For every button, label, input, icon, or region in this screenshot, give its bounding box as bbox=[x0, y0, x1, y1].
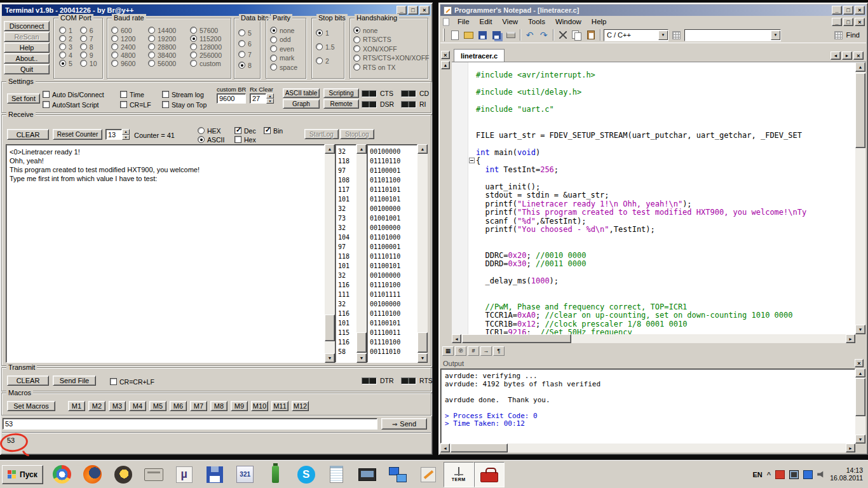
scroll-thumb[interactable] bbox=[855, 73, 865, 148]
baud-38400[interactable]: 38400 bbox=[148, 51, 190, 59]
stoplog-button[interactable]: StopLog bbox=[340, 129, 374, 139]
display-tray-icon[interactable] bbox=[789, 470, 799, 479]
menu-file[interactable]: File bbox=[452, 17, 475, 27]
redo-icon[interactable]: ↷ bbox=[538, 29, 550, 41]
scroll-down-icon[interactable]: ▼ bbox=[356, 353, 367, 363]
cut-icon[interactable] bbox=[557, 29, 569, 41]
menu-help[interactable]: Help bbox=[587, 17, 612, 27]
network-tray-icon[interactable] bbox=[803, 470, 813, 479]
output-close-icon[interactable]: × bbox=[855, 359, 864, 367]
transmit-input[interactable]: 53 bbox=[3, 418, 377, 430]
com-1[interactable]: 1 bbox=[59, 26, 72, 34]
chrome-icon[interactable] bbox=[47, 462, 78, 487]
media-player-classic-icon[interactable]: 321 bbox=[230, 462, 261, 487]
start-button[interactable]: Пуск bbox=[2, 465, 43, 484]
chevron-up-icon[interactable]: ^ bbox=[767, 471, 771, 478]
aimp-icon[interactable] bbox=[108, 462, 139, 487]
volume-icon[interactable] bbox=[817, 471, 825, 478]
menu-window[interactable]: Window bbox=[550, 17, 587, 27]
baud-256000[interactable]: 256000 bbox=[190, 51, 229, 59]
handshake-rts-on-tx[interactable]: RTS on TX bbox=[353, 63, 430, 71]
skype-icon[interactable]: S bbox=[291, 462, 322, 487]
code-editor[interactable]: #include <avr/interrupt.h> #include <uti… bbox=[452, 62, 855, 334]
handshake-rts-cts[interactable]: RTS/CTS bbox=[353, 36, 430, 44]
scheme-select[interactable]: ▼ bbox=[684, 29, 781, 41]
rts-indicator[interactable]: RTS bbox=[401, 377, 433, 384]
com-2[interactable]: 2 bbox=[59, 34, 72, 43]
com-8[interactable]: 8 bbox=[80, 43, 97, 51]
toolbar-grip[interactable] bbox=[443, 29, 445, 41]
macro-button-m4[interactable]: M4 bbox=[129, 401, 146, 411]
update-tray-icon[interactable] bbox=[775, 470, 785, 479]
custom-br-field[interactable]: 9600 bbox=[217, 93, 246, 104]
parity-space[interactable]: space bbox=[270, 63, 297, 71]
mdi-close-button[interactable]: × bbox=[855, 18, 865, 26]
quit-button[interactable]: Quit bbox=[4, 64, 50, 74]
clock[interactable]: 14:13 16.08.2011 bbox=[830, 467, 863, 482]
macro-button-m10[interactable]: M10 bbox=[251, 401, 268, 411]
baud-4800[interactable]: 4800 bbox=[111, 51, 148, 59]
remote-button[interactable]: Remote bbox=[323, 99, 359, 109]
radio-hex[interactable]: HEX bbox=[198, 126, 221, 135]
save-icon[interactable] bbox=[477, 29, 489, 41]
tools-grid-icon[interactable] bbox=[670, 29, 682, 41]
receive-bin-pane[interactable]: 0010000001110110011000010110110001110101… bbox=[367, 144, 417, 363]
macro-button-m9[interactable]: M9 bbox=[231, 401, 248, 411]
scroll-right-icon[interactable]: ► bbox=[846, 334, 855, 343]
receive-dec-scrollbar[interactable]: ▲ ▼ bbox=[356, 144, 367, 363]
panel-icon-1[interactable]: ℗ bbox=[455, 346, 466, 356]
baud-128000[interactable]: 128000 bbox=[190, 43, 229, 51]
scroll-up-icon[interactable]: ▲ bbox=[417, 144, 428, 154]
handshake-none[interactable]: none bbox=[353, 26, 430, 34]
baud-19200[interactable]: 19200 bbox=[148, 34, 190, 43]
setting-time[interactable]: Time bbox=[120, 90, 162, 98]
com-7[interactable]: 7 bbox=[80, 34, 97, 43]
baud-57600[interactable]: 57600 bbox=[190, 26, 229, 34]
handshake-xon-xoff[interactable]: XON/XOFF bbox=[353, 44, 430, 53]
notepad-icon[interactable] bbox=[322, 462, 352, 487]
receive-ascii-scrollbar[interactable]: ▲ ▼ bbox=[325, 144, 335, 363]
set-macros-button[interactable]: Set Macros bbox=[7, 401, 55, 411]
spin-down-icon[interactable]: ▼ bbox=[266, 98, 274, 104]
databits-5[interactable]: 5 bbox=[238, 29, 252, 37]
editor-pencil-icon[interactable] bbox=[413, 462, 444, 487]
macro-button-m3[interactable]: M3 bbox=[109, 401, 126, 411]
checkbox-bin[interactable]: Bin bbox=[264, 126, 283, 135]
tab-scroll-left-icon[interactable]: ◄ bbox=[831, 51, 841, 60]
databits-6[interactable]: 6 bbox=[238, 39, 252, 48]
scroll-down-icon[interactable]: ▼ bbox=[417, 353, 428, 363]
transmit-clear-button[interactable]: CLEAR bbox=[7, 376, 49, 386]
tab-scroll-right-icon[interactable]: ► bbox=[842, 51, 852, 60]
baud-56000[interactable]: 56000 bbox=[148, 59, 190, 67]
remote-desktop-icon[interactable] bbox=[352, 462, 383, 487]
com-6[interactable]: 6 bbox=[80, 26, 97, 34]
scripting-button[interactable]: Scripting bbox=[323, 88, 359, 98]
dock-close-icon[interactable]: × bbox=[441, 51, 450, 59]
startlog-button[interactable]: StartLog bbox=[304, 129, 339, 139]
fold-collapse-icon[interactable] bbox=[469, 158, 475, 163]
receive-bin-scrollbar[interactable]: ▲ ▼ bbox=[417, 144, 428, 363]
rx-clear-spinner[interactable]: 27 ▲▼ bbox=[250, 93, 274, 104]
menu-edit[interactable]: Edit bbox=[475, 17, 498, 27]
language-select[interactable]: C / C++ ▼ bbox=[604, 29, 668, 41]
undo-icon[interactable]: ↶ bbox=[524, 29, 536, 41]
disconnect-button[interactable]: Disconnect bbox=[4, 21, 50, 31]
minimize-button[interactable]: _ bbox=[397, 6, 407, 15]
save-all-icon[interactable] bbox=[491, 29, 503, 41]
send-button[interactable]: ⇒ Send bbox=[381, 418, 427, 430]
count-value[interactable]: 13 bbox=[105, 129, 122, 140]
find-grid-icon[interactable] bbox=[832, 29, 844, 41]
close-button[interactable]: × bbox=[855, 6, 865, 15]
new-file-icon[interactable] bbox=[449, 29, 461, 41]
com-4[interactable]: 4 bbox=[59, 51, 72, 59]
panel-icon-2[interactable]: # bbox=[468, 346, 479, 356]
send-file-button[interactable]: Send File bbox=[53, 376, 96, 386]
baud-115200[interactable]: 115200 bbox=[190, 34, 229, 43]
editor-hscrollbar[interactable]: ◄ ► bbox=[452, 334, 855, 343]
tab-close-icon[interactable]: × bbox=[853, 51, 864, 60]
reset-counter-button[interactable]: Reset Counter bbox=[53, 129, 102, 140]
mdi-restore-button[interactable]: □ bbox=[843, 18, 853, 26]
bottle-app-icon[interactable] bbox=[261, 462, 291, 487]
count-spinner[interactable]: 13 ▲▼ bbox=[105, 129, 130, 140]
baud-28800[interactable]: 28800 bbox=[148, 43, 190, 51]
